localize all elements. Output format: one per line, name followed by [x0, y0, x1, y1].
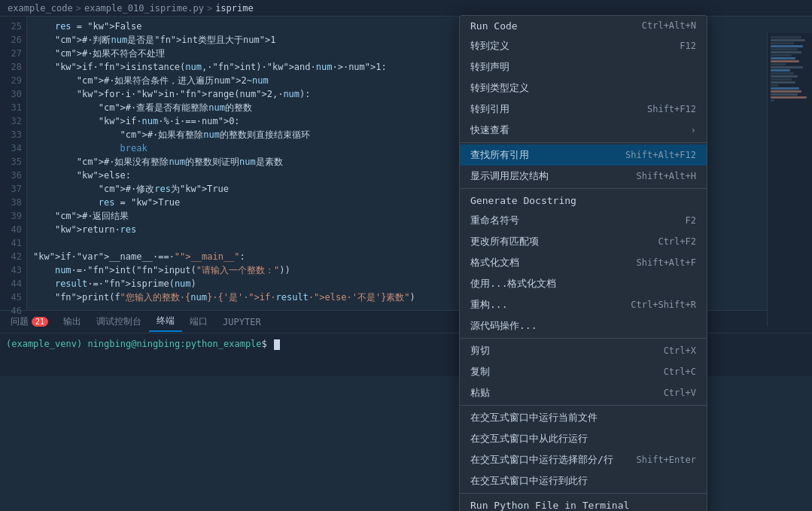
menu-item-shortcut: Shift+Alt+F12: [625, 150, 696, 160]
line-number: 37: [0, 182, 22, 196]
line-number: 34: [0, 141, 22, 155]
menu-item[interactable]: 重命名符号F2: [460, 210, 707, 231]
context-menu: Run CodeCtrl+Alt+N转到定义F12转到声明转到类型定义转到引用S…: [459, 15, 707, 511]
menu-item[interactable]: 快速查看›: [460, 120, 707, 141]
breadcrumb-symbol[interactable]: isprime: [215, 3, 254, 14]
tab-问题[interactable]: 问题21: [3, 312, 56, 331]
menu-item-label: 重构...: [470, 298, 616, 312]
tab-label: 问题: [11, 315, 29, 328]
menu-item-label: 剪切: [470, 344, 649, 357]
tab-端口[interactable]: 端口: [182, 312, 215, 331]
menu-item-label: 粘贴: [470, 386, 649, 400]
menu-item-label: Run Python File in Terminal: [470, 500, 696, 511]
breadcrumb-sep2: >: [207, 3, 212, 14]
menu-item[interactable]: 复制Ctrl+C: [460, 361, 707, 382]
menu-item[interactable]: 显示调用层次结构Shift+Alt+H: [460, 166, 707, 187]
line-number: 40: [0, 223, 22, 236]
tab-label: JUPYTER: [223, 317, 261, 327]
line-number: 27: [0, 47, 22, 60]
menu-item-shortcut: F2: [686, 215, 696, 226]
line-number: 44: [0, 277, 22, 290]
terminal-dollar: $: [262, 339, 272, 349]
line-number: 39: [0, 209, 22, 223]
menu-item[interactable]: 源代码操作...: [460, 315, 707, 336]
breadcrumb: example_code > example_010_isprime.py > …: [0, 0, 812, 17]
menu-item[interactable]: Run CodeCtrl+Alt+N: [460, 16, 707, 35]
line-number: 25: [0, 20, 22, 33]
menu-item[interactable]: 查找所有引用Shift+Alt+F12: [460, 144, 707, 166]
line-number: 42: [0, 250, 22, 263]
breadcrumb-file[interactable]: example_010_isprime.py: [84, 3, 204, 14]
breadcrumb-folder[interactable]: example_code: [8, 3, 73, 14]
menu-separator: [460, 142, 707, 143]
breadcrumb-sep1: >: [76, 3, 81, 14]
menu-item-shortcut: Shift+Enter: [637, 455, 696, 465]
menu-item[interactable]: 剪切Ctrl+X: [460, 340, 707, 361]
line-number: 38: [0, 196, 22, 209]
line-number: 30: [0, 87, 22, 101]
menu-item[interactable]: 更改所有匹配项Ctrl+F2: [460, 231, 707, 252]
menu-item-shortcut: Ctrl+F2: [658, 236, 696, 247]
menu-item-arrow: ›: [691, 125, 696, 135]
menu-separator: [460, 405, 707, 406]
menu-item[interactable]: 粘贴Ctrl+V: [460, 382, 707, 403]
tab-label: 输出: [63, 315, 81, 328]
menu-item[interactable]: 使用...格式化文档: [460, 273, 707, 294]
menu-item-shortcut: Ctrl+V: [664, 388, 696, 398]
menu-item-label: 转到引用: [470, 102, 632, 116]
menu-item-label: 快速查看: [470, 123, 685, 137]
menu-item[interactable]: Generate Docstring: [460, 190, 707, 210]
menu-item-shortcut: Ctrl+Alt+N: [642, 20, 696, 31]
line-number: 26: [0, 33, 22, 47]
terminal-cursor: [274, 339, 280, 350]
menu-item[interactable]: 转到引用Shift+F12: [460, 99, 707, 120]
menu-separator: [460, 188, 707, 189]
line-number: 43: [0, 263, 22, 277]
line-number: 29: [0, 74, 22, 87]
line-number: 45: [0, 290, 22, 304]
menu-item-label: 在交互式窗口中从此行运行: [470, 432, 696, 446]
menu-item[interactable]: 转到定义F12: [460, 35, 707, 56]
tab-badge: 21: [32, 317, 48, 327]
line-number: 31: [0, 101, 22, 114]
menu-item-label: 重命名符号: [470, 214, 671, 227]
menu-item-label: Generate Docstring: [470, 195, 696, 206]
menu-item-label: 在交互式窗口中运行当前文件: [470, 411, 696, 424]
menu-item-shortcut: Shift+Alt+F: [637, 257, 696, 268]
menu-item-label: 转到声明: [470, 60, 696, 74]
tab-jupyter[interactable]: JUPYTER: [215, 314, 269, 330]
menu-item-label: 使用...格式化文档: [470, 277, 696, 290]
line-number: 28: [0, 60, 22, 74]
menu-item-label: 转到类型定义: [470, 81, 696, 95]
tab-调试控制台[interactable]: 调试控制台: [89, 312, 149, 331]
menu-item[interactable]: 在交互式窗口中从此行运行: [460, 428, 707, 449]
terminal-user: ningbing@ningbing:python_example: [87, 339, 261, 349]
menu-separator: [460, 493, 707, 494]
menu-item[interactable]: 在交互式窗口中运行选择部分/行Shift+Enter: [460, 449, 707, 470]
line-number: 33: [0, 128, 22, 141]
menu-item-shortcut: Ctrl+Shift+R: [631, 300, 696, 310]
menu-item-label: Run Code: [470, 20, 627, 32]
menu-item-shortcut: Ctrl+X: [664, 345, 696, 356]
menu-item[interactable]: 转到声明: [460, 56, 707, 78]
menu-item[interactable]: Run Python File in Terminal: [460, 495, 707, 511]
line-number: 41: [0, 236, 22, 250]
line-number: 35: [0, 155, 22, 169]
menu-item-label: 更改所有匹配项: [470, 235, 643, 248]
menu-item[interactable]: 在交互式窗口中运行到此行: [460, 470, 707, 491]
minimap: [767, 33, 812, 327]
menu-item[interactable]: 转到类型定义: [460, 78, 707, 99]
menu-item[interactable]: 重构...Ctrl+Shift+R: [460, 294, 707, 315]
menu-item-label: 显示调用层次结构: [470, 169, 622, 183]
tab-label: 调试控制台: [96, 315, 141, 328]
tab-label: 终端: [157, 315, 175, 327]
tab-输出[interactable]: 输出: [56, 312, 89, 331]
line-numbers: 2526272829303132333435363738394041424344…: [0, 17, 27, 310]
menu-item[interactable]: 在交互式窗口中运行当前文件: [460, 407, 707, 428]
terminal-prompt: (example_venv): [6, 339, 87, 349]
menu-item-label: 格式化文档: [470, 256, 622, 269]
menu-item[interactable]: 格式化文档Shift+Alt+F: [460, 252, 707, 273]
menu-item-shortcut: Shift+Alt+H: [637, 171, 696, 181]
menu-item-label: 复制: [470, 365, 649, 379]
tab-终端[interactable]: 终端: [149, 312, 182, 332]
